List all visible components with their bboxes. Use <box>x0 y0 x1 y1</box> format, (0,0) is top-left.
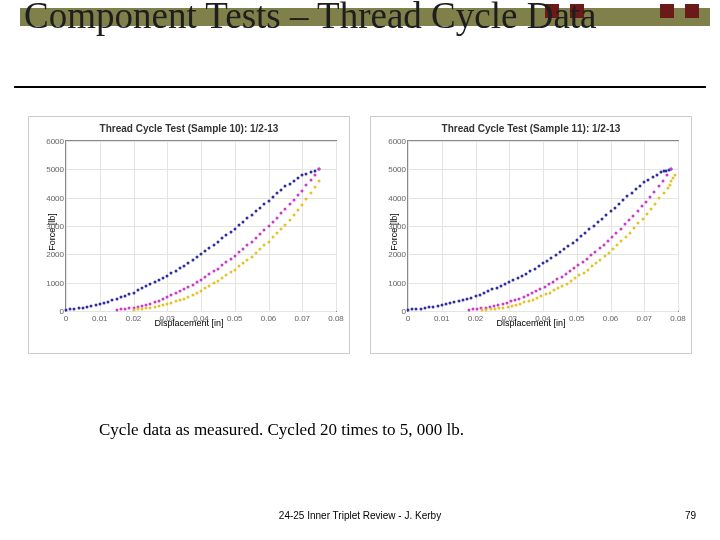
data-point <box>650 208 653 211</box>
data-point <box>149 306 152 309</box>
y-axis-label: Force [lb] <box>389 213 399 251</box>
data-point <box>292 213 295 216</box>
data-point <box>557 287 560 290</box>
data-point <box>305 172 308 175</box>
y-tick: 6000 <box>42 137 64 146</box>
data-point <box>641 217 644 220</box>
data-point <box>178 290 181 293</box>
data-point <box>102 301 105 304</box>
data-point <box>187 295 190 298</box>
data-point <box>267 225 270 228</box>
data-point <box>636 210 639 213</box>
data-point <box>233 254 236 257</box>
data-point <box>548 291 551 294</box>
data-point <box>237 265 240 268</box>
data-point <box>174 292 177 295</box>
data-point <box>183 297 186 300</box>
data-point <box>77 307 80 310</box>
data-point <box>115 308 118 311</box>
data-point <box>225 261 228 264</box>
data-point <box>280 188 283 191</box>
data-point <box>309 191 312 194</box>
data-point <box>598 247 601 250</box>
data-point <box>259 248 262 251</box>
data-point <box>297 194 300 197</box>
plot-area: Force [lb] 00.010.020.030.040.050.060.07… <box>35 138 343 326</box>
data-point <box>668 183 671 186</box>
charts-row: Thread Cycle Test (Sample 10): 1/2-13 Fo… <box>28 116 692 354</box>
data-point <box>633 227 636 230</box>
data-point <box>246 258 249 261</box>
data-point <box>195 281 198 284</box>
data-point <box>594 250 597 253</box>
data-point <box>491 288 494 291</box>
data-point <box>466 297 469 300</box>
data-point <box>617 202 620 205</box>
data-point <box>411 308 414 311</box>
data-point <box>136 289 139 292</box>
data-point <box>81 306 84 309</box>
data-point <box>533 267 536 270</box>
data-point <box>539 287 542 290</box>
data-point <box>514 298 517 301</box>
data-point <box>509 300 512 303</box>
data-point <box>280 212 283 215</box>
data-point <box>599 259 602 262</box>
data-point <box>542 262 545 265</box>
data-point <box>586 268 589 271</box>
data-point <box>254 236 257 239</box>
data-point <box>489 308 492 311</box>
data-point <box>140 307 143 310</box>
data-point <box>204 250 207 253</box>
data-point <box>620 240 623 243</box>
data-point <box>550 256 553 259</box>
data-point <box>478 293 481 296</box>
data-point <box>457 300 460 303</box>
data-point <box>313 185 316 188</box>
data-point <box>592 225 595 228</box>
data-point <box>590 254 593 257</box>
data-point <box>485 308 488 311</box>
data-point <box>132 308 135 311</box>
page-number: 79 <box>685 510 696 521</box>
data-point <box>229 271 232 274</box>
data-point <box>254 251 257 254</box>
data-point <box>208 273 211 276</box>
data-point <box>624 235 627 238</box>
data-point <box>208 246 211 249</box>
data-point <box>645 212 648 215</box>
data-point <box>183 288 186 291</box>
data-point <box>195 256 198 259</box>
data-point <box>515 304 518 307</box>
data-point <box>280 227 283 230</box>
data-point <box>563 247 566 250</box>
gridline-h <box>66 226 336 227</box>
data-point <box>225 234 228 237</box>
data-point <box>616 244 619 247</box>
data-point <box>615 231 618 234</box>
data-point <box>611 235 614 238</box>
data-point <box>582 271 585 274</box>
data-point <box>263 244 266 247</box>
data-point <box>529 270 532 273</box>
data-point <box>250 213 253 216</box>
data-point <box>673 174 676 177</box>
data-point <box>640 205 643 208</box>
data-point <box>157 299 160 302</box>
data-point <box>111 299 114 302</box>
data-point <box>470 296 473 299</box>
data-point <box>588 228 591 231</box>
data-point <box>292 198 295 201</box>
data-point <box>581 260 584 263</box>
data-point <box>263 203 266 206</box>
data-point <box>216 267 219 270</box>
data-point <box>499 284 502 287</box>
data-point <box>183 264 186 267</box>
y-tick: 5000 <box>42 165 64 174</box>
data-point <box>301 203 304 206</box>
gridline-v <box>336 141 337 311</box>
data-point <box>305 184 308 187</box>
data-point <box>128 293 131 296</box>
data-point <box>246 217 249 220</box>
data-point <box>644 200 647 203</box>
